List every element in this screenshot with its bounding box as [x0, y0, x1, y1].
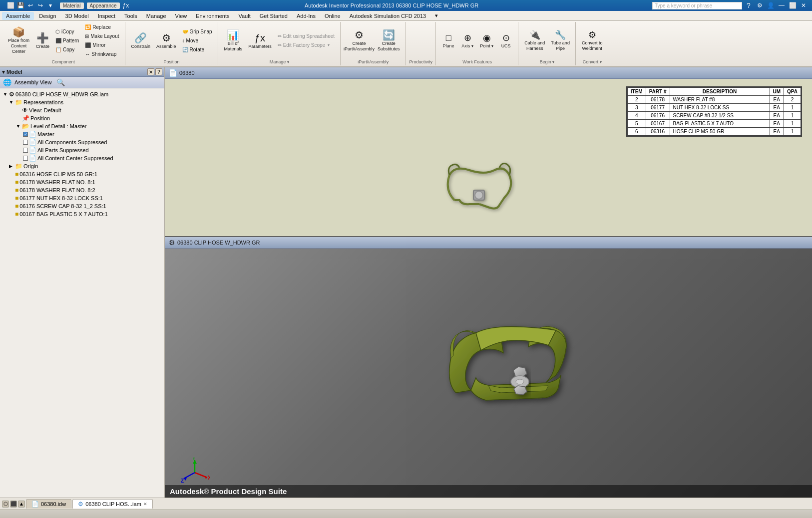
tab-drawing[interactable]: 📄 06380.idw	[26, 499, 71, 509]
bottom-tab-bar: ⬡ ⬛ ▲ 📄 06380.idw ⚙ 06380 CLIP HOS...iam…	[0, 498, 812, 510]
viewport-3d[interactable]: ⚙ 06380 CLIP HOSE W_HDWR GR	[165, 237, 812, 498]
ribbon-group-manage: 📊 Bill ofMaterials ƒx Parameters ✏Edit u…	[219, 22, 341, 65]
tree-lod[interactable]: ▼ 📂 Level of Detail : Master	[2, 122, 162, 130]
create-ipart-btn[interactable]: ⚙ CreateiPart/iAssembly	[344, 28, 374, 53]
tree-part-06178-2[interactable]: ■ 06178 WASHER FLAT NO. 8:2	[2, 186, 162, 194]
edit-factory-scope-btn[interactable]: ✏Edit Factory Scope▾	[275, 41, 337, 49]
panel-close-btn[interactable]: ✕	[147, 68, 154, 75]
tree-part-06177[interactable]: ■ 06177 NUT HEX 8-32 LOCK SS:1	[2, 194, 162, 202]
close-btn[interactable]: ✕	[799, 1, 808, 10]
component-small-group: ⬡iCopy ⬛Pattern 📋Copy	[53, 27, 81, 54]
pattern-btn[interactable]: ⬛Pattern	[53, 36, 81, 45]
svg-text:X: X	[208, 475, 210, 481]
menu-online[interactable]: Online	[321, 12, 345, 20]
qa-save-btn[interactable]: 💾	[16, 1, 25, 10]
search-box[interactable]: Type a keyword or phrase	[652, 2, 742, 9]
tab-nav-up[interactable]: ▲	[18, 501, 25, 508]
tube-pipe-btn[interactable]: 🔧 Tube andPipe	[548, 29, 572, 53]
assemble-btn[interactable]: ⚙ Assemble	[154, 31, 179, 50]
tree-origin[interactable]: ▶ 📁 Origin	[2, 162, 162, 170]
create-component-btn[interactable]: ➕ Create	[33, 31, 52, 50]
material-dropdown[interactable]: Material	[60, 2, 84, 9]
tree-all-parts[interactable]: 📄 All Parts Suppressed	[2, 146, 162, 154]
tree-all-components[interactable]: 📄 All Components Suppressed	[2, 138, 162, 146]
assembly-search-icon[interactable]: 🔍	[56, 78, 65, 86]
viewport-content[interactable]: X Y Z Autodesk® Product Design Suite	[165, 249, 812, 498]
tree-root[interactable]: ▼ ⚙ 06380 CLIP HOSE W_HDWR GR.iam	[2, 90, 162, 98]
tree-position[interactable]: 📌 Position	[2, 114, 162, 122]
menu-environments[interactable]: Environments	[192, 12, 233, 20]
qa-undo-btn[interactable]: ↩	[26, 1, 35, 10]
tree-master[interactable]: ✓ 📄 Master	[2, 130, 162, 138]
make-layout-btn[interactable]: ⊞Make Layout	[82, 32, 121, 40]
tree-all-content[interactable]: 📄 All Content Center Suppressed	[2, 154, 162, 162]
menu-view[interactable]: View	[171, 12, 191, 20]
tree-part-06316[interactable]: ■ 06316 HOSE CLIP MS 50 GR:1	[2, 170, 162, 178]
user-btn[interactable]: 👤	[766, 1, 775, 10]
master-checkbox[interactable]: ✓	[23, 132, 28, 137]
menu-more[interactable]: ▾	[431, 11, 442, 20]
icopy-btn[interactable]: ⬡iCopy	[53, 27, 81, 36]
menu-design[interactable]: Design	[35, 12, 60, 20]
content-checkbox[interactable]	[23, 156, 28, 161]
edit-spreadsheet-btn[interactable]: ✏Edit using Spreadsheet	[275, 32, 337, 40]
menu-vault[interactable]: Vault	[234, 12, 254, 20]
parts-checkbox[interactable]	[23, 148, 28, 153]
tab-nav-left[interactable]: ⬡	[2, 501, 9, 508]
create-substitutes-btn[interactable]: 🔄 CreateSubstitutes	[375, 28, 403, 53]
qa-redo-btn[interactable]: ↪	[36, 1, 45, 10]
drawing-content[interactable]: ITEM PART # DESCRIPTION UM QPA 2 06178 W…	[165, 79, 812, 236]
menu-cfd[interactable]: Autodesk Simulation CFD 2013	[346, 12, 430, 20]
tree-view-default[interactable]: 👁 View: Default	[2, 106, 162, 114]
menu-inspect[interactable]: Inspect	[94, 12, 119, 20]
menu-addins[interactable]: Add-Ins	[293, 12, 320, 20]
tree-part-06176[interactable]: ■ 06176 SCREW CAP 8-32 1_2 SS:1	[2, 202, 162, 210]
ucs-btn[interactable]: ⊙ UCS	[497, 32, 515, 50]
tab-nav-grid[interactable]: ⬛	[10, 501, 17, 508]
fx-btn[interactable]: ƒx	[123, 2, 129, 9]
menu-3dmodel[interactable]: 3D Model	[61, 12, 93, 20]
assembly-tab-close[interactable]: ✕	[143, 502, 147, 507]
constrain-btn[interactable]: 🔗 Constrain	[129, 31, 153, 50]
minimize-btn[interactable]: —	[777, 1, 786, 10]
tab-assembly[interactable]: ⚙ 06380 CLIP HOS...iam ✕	[72, 499, 153, 509]
menu-manage[interactable]: Manage	[142, 12, 170, 20]
appearance-dropdown[interactable]: Appearance	[87, 2, 120, 9]
settings-btn[interactable]: ⚙	[755, 1, 764, 10]
menu-assemble[interactable]: Assemble	[2, 12, 34, 20]
tree-part-06178-1[interactable]: ■ 06178 WASHER FLAT NO. 8:1	[2, 178, 162, 186]
menu-getstarted[interactable]: Get Started	[256, 12, 292, 20]
component-small-group2: 🔁Replace ⊞Make Layout ⬛Mirror ↔Shrinkwra…	[82, 23, 121, 58]
tree-representations[interactable]: ▼ 📁 Representations	[2, 98, 162, 106]
bom-cell-um: EA	[770, 128, 784, 136]
substitutes-label: CreateSubstitutes	[378, 41, 400, 52]
tree-p5-label: 06176 SCREW CAP 8-32 1_2 SS:1	[19, 203, 106, 209]
root-expand[interactable]: ▼	[3, 92, 8, 97]
grip-snap-btn[interactable]: 🤝Grip Snap	[180, 27, 215, 36]
cable-harness-btn[interactable]: 🔌 Cable andHarness	[522, 29, 547, 53]
help-btn[interactable]: ?	[744, 1, 753, 10]
origin-expand[interactable]: ▶	[9, 164, 14, 169]
rotate-btn[interactable]: 🔄Rotate	[180, 45, 215, 54]
convert-weldment-btn[interactable]: ⚙ Convert toWeldment	[579, 29, 605, 53]
lod-expand[interactable]: ▼	[16, 124, 21, 129]
menu-tools[interactable]: Tools	[120, 12, 141, 20]
panel-help-btn[interactable]: ?	[155, 68, 162, 75]
components-checkbox[interactable]	[23, 140, 28, 145]
repr-expand[interactable]: ▼	[9, 100, 14, 105]
copy-btn[interactable]: 📋Copy	[53, 45, 81, 54]
move-btn[interactable]: ↕Move	[180, 36, 215, 45]
maximize-btn[interactable]: ⬜	[788, 1, 797, 10]
point-btn[interactable]: ◉ Point ▾	[477, 32, 496, 50]
qa-new-btn[interactable]: ⬜	[6, 1, 15, 10]
parameters-btn[interactable]: ƒx Parameters	[246, 31, 274, 50]
shrinkwrap-btn[interactable]: ↔Shrinkwrap	[82, 50, 121, 58]
tree-part-00167[interactable]: ■ 00167 BAG PLASTIC 5 X 7 AUTO:1	[2, 210, 162, 218]
bom-btn[interactable]: 📊 Bill ofMaterials	[222, 28, 245, 53]
mirror-btn[interactable]: ⬛Mirror	[82, 41, 121, 49]
qa-dropdown-btn[interactable]: ▾	[46, 1, 55, 10]
place-content-center-btn[interactable]: 📦 Place fromContent Center	[5, 25, 32, 55]
axis-btn[interactable]: ⊕ Axis ▾	[458, 32, 476, 50]
plane-btn[interactable]: □ Plane	[439, 32, 457, 50]
replace-btn[interactable]: 🔁Replace	[82, 23, 121, 31]
